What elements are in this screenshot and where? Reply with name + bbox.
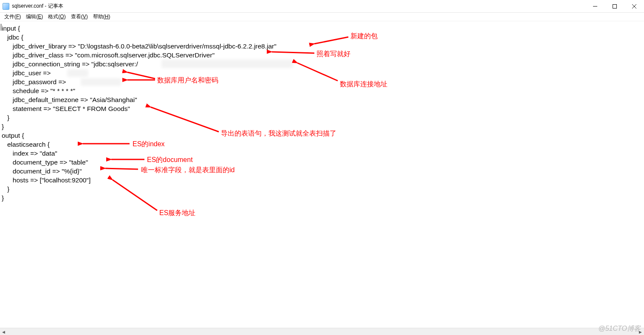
editor-area[interactable]: input { jdbc { jdbc_driver_library => "D… xyxy=(0,21,644,335)
svg-line-6 xyxy=(297,63,338,81)
redacted-password xyxy=(81,78,121,86)
svg-line-5 xyxy=(272,52,314,53)
redacted-connection-string xyxy=(161,60,293,68)
editor-text[interactable]: input { jdbc { jdbc_driver_library => "D… xyxy=(2,24,277,202)
annotation-driver-copy: 照着写就好 xyxy=(316,49,350,58)
menu-view[interactable]: 查看(V) xyxy=(68,13,90,21)
window-titlebar: sqlserver.conf - 记事本 xyxy=(0,0,644,13)
annotation-es-host: ES服务地址 xyxy=(159,208,195,217)
window-controls xyxy=(585,0,644,12)
watermark: @51CTO博客 xyxy=(598,324,641,333)
notepad-icon xyxy=(3,3,9,10)
scroll-left-button[interactable]: ◀ xyxy=(0,328,7,335)
menu-file[interactable]: 文件(F) xyxy=(2,13,23,21)
menu-help[interactable]: 帮助(H) xyxy=(90,13,113,21)
text-cursor xyxy=(1,24,1,31)
horizontal-scrollbar[interactable]: ◀ ▶ xyxy=(0,328,644,335)
redacted-user xyxy=(67,69,88,77)
window-title: sqlserver.conf - 记事本 xyxy=(12,3,63,10)
maximize-button[interactable] xyxy=(605,0,624,13)
titlebar-left: sqlserver.conf - 记事本 xyxy=(3,3,63,10)
scroll-track[interactable] xyxy=(7,328,637,335)
minimize-button[interactable] xyxy=(585,0,605,13)
menu-edit[interactable]: 编辑(E) xyxy=(23,13,45,21)
close-button[interactable] xyxy=(624,0,644,13)
annotation-new-package: 新建的包 xyxy=(350,31,378,40)
menubar: 文件(F) 编辑(E) 格式(O) 查看(V) 帮助(H) xyxy=(0,13,644,21)
annotation-db-conn: 数据库连接地址 xyxy=(340,79,387,88)
menu-format[interactable]: 格式(O) xyxy=(45,13,68,21)
svg-line-4 xyxy=(314,37,348,44)
svg-rect-1 xyxy=(613,5,617,9)
